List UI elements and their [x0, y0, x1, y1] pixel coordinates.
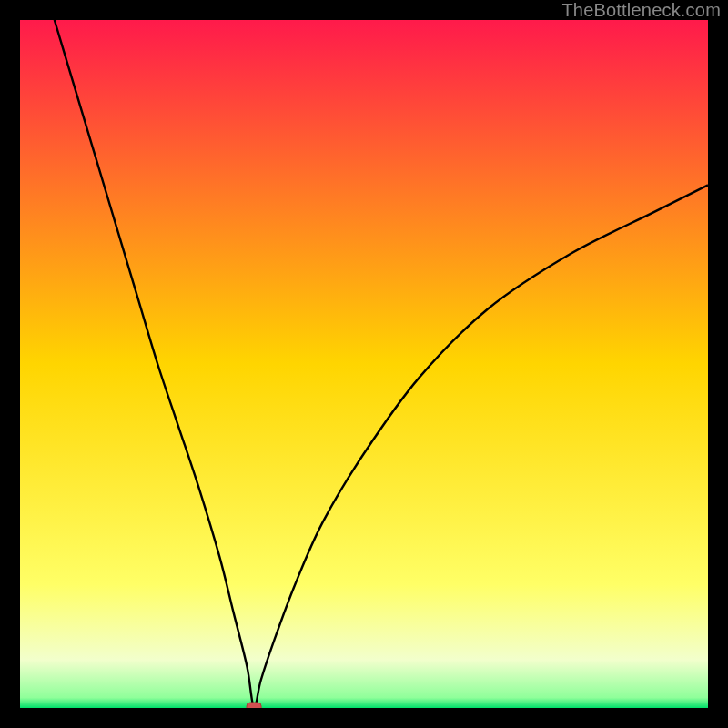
watermark-text: TheBottleneck.com: [561, 0, 721, 21]
bottleneck-chart: [20, 20, 708, 708]
chart-frame: [20, 20, 708, 708]
minimum-marker: [247, 703, 261, 708]
gradient-background: [20, 20, 708, 708]
